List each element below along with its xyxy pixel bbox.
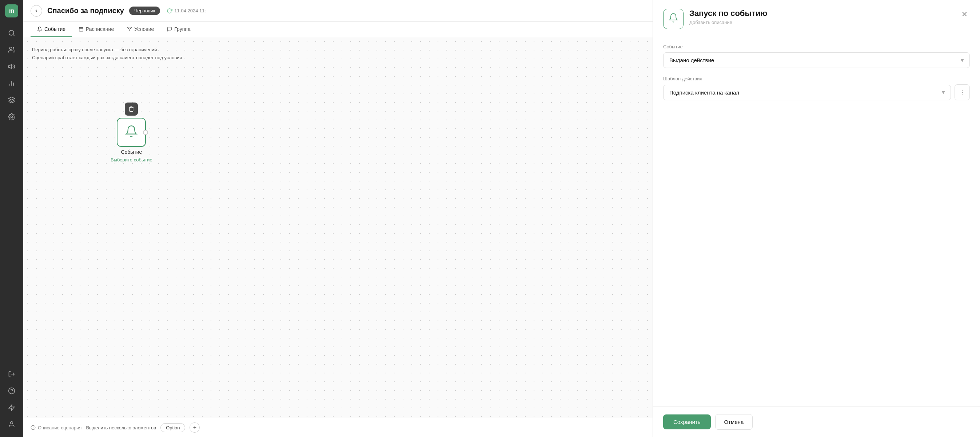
panel-title: Запуск по событию [689, 9, 953, 18]
sync-timestamp: 11.04.2024 11: [174, 8, 206, 13]
panel-close-button[interactable]: ✕ [959, 9, 970, 20]
template-more-button[interactable]: ⋮ [955, 84, 970, 100]
svg-marker-17 [127, 27, 132, 31]
panel-body: Событие Выдано действие ▼ Шаблон действи… [653, 35, 980, 407]
cancel-button[interactable]: Отмена [715, 414, 753, 430]
event-select-wrapper: Выдано действие ▼ [663, 52, 970, 68]
node-bell-icon [125, 125, 138, 140]
tab-condition[interactable]: Условие [121, 22, 161, 37]
tab-schedule-label: Расписание [86, 26, 114, 32]
sidebar-item-help[interactable] [4, 383, 19, 398]
panel-bell-icon [668, 13, 678, 25]
sidebar-item-user[interactable] [4, 417, 19, 432]
back-button[interactable] [30, 5, 42, 17]
sidebar-item-analytics[interactable] [4, 76, 19, 91]
sidebar-item-settings[interactable] [4, 110, 19, 124]
canvas-info: Период работы: сразу после запуска — без… [32, 46, 182, 62]
canvas-info-line1: Период работы: сразу после запуска — без… [32, 46, 182, 54]
panel-title-area: Запуск по событию Добавить описание [689, 9, 953, 25]
right-panel: Запуск по событию Добавить описание ✕ Со… [652, 0, 980, 437]
template-row: Подписка клиента на канал ▼ ⋮ [663, 84, 970, 100]
tab-event[interactable]: Событие [30, 22, 72, 37]
panel-header: Запуск по событию Добавить описание ✕ [653, 0, 980, 35]
node-delete-button[interactable] [125, 103, 138, 116]
node-label: Событие [121, 149, 142, 155]
canvas: Период работы: сразу после запуска — без… [23, 37, 652, 418]
sidebar-item-exit[interactable] [4, 367, 19, 381]
sync-info: 11.04.2024 11: [167, 8, 206, 14]
save-button[interactable]: Сохранить [663, 415, 711, 429]
template-field-label: Шаблон действия [663, 76, 970, 81]
event-field-label: Событие [663, 44, 970, 49]
node-sublabel[interactable]: Выберите событие [111, 157, 153, 162]
header: Спасибо за подписку Черновик 11.04.2024 … [23, 0, 652, 22]
svg-line-1 [13, 35, 14, 36]
svg-point-0 [9, 30, 14, 35]
svg-rect-13 [79, 27, 83, 31]
sidebar-item-campaigns[interactable] [4, 59, 19, 74]
event-node: Событие Выберите событие [111, 103, 153, 162]
description-info: Описание сценария [30, 425, 81, 431]
svg-point-2 [10, 47, 12, 50]
svg-point-7 [11, 116, 13, 118]
tab-group[interactable]: Группа [161, 22, 197, 37]
canvas-info-line2: Сценарий сработает каждый раз, когда кли… [32, 54, 182, 62]
panel-description[interactable]: Добавить описание [689, 20, 953, 25]
tabs: Событие Расписание Условие Группа [23, 22, 652, 37]
tab-condition-label: Условие [134, 26, 154, 32]
sidebar-item-contacts[interactable] [4, 43, 19, 57]
panel-footer: Сохранить Отмена [653, 407, 980, 437]
tab-schedule[interactable]: Расписание [72, 22, 121, 37]
svg-marker-3 [9, 64, 12, 69]
event-select[interactable]: Выдано действие [663, 52, 970, 68]
description-label: Описание сценария [38, 425, 81, 431]
sidebar: m [0, 0, 23, 437]
option-button[interactable]: Option [161, 423, 185, 432]
bottom-bar: Описание сценария Выделить несколько эле… [23, 418, 652, 437]
plus-button[interactable]: + [189, 423, 200, 433]
svg-point-12 [11, 422, 13, 424]
node-box[interactable] [117, 118, 146, 147]
logo: m [5, 4, 18, 17]
node-connector [143, 130, 148, 135]
tab-group-label: Группа [174, 26, 190, 32]
svg-marker-11 [9, 405, 14, 411]
main-area: Спасибо за подписку Черновик 11.04.2024 … [23, 0, 652, 437]
panel-icon-box [663, 9, 684, 29]
select-multiple-label: Выделить несколько элементов [86, 425, 156, 431]
sidebar-item-search[interactable] [4, 26, 19, 40]
template-select[interactable]: Подписка клиента на канал [663, 85, 951, 100]
draft-badge: Черновик [129, 6, 160, 15]
template-field-group: Шаблон действия Подписка клиента на кана… [663, 76, 970, 100]
template-select-wrapper: Подписка клиента на канал ▼ [663, 85, 951, 100]
tab-event-label: Событие [45, 26, 65, 32]
event-field-group: Событие Выдано действие ▼ [663, 44, 970, 68]
page-title: Спасибо за подписку [47, 6, 124, 15]
sidebar-item-integrations[interactable] [4, 93, 19, 107]
close-icon: ✕ [961, 10, 967, 19]
sidebar-item-lightning[interactable] [4, 400, 19, 415]
